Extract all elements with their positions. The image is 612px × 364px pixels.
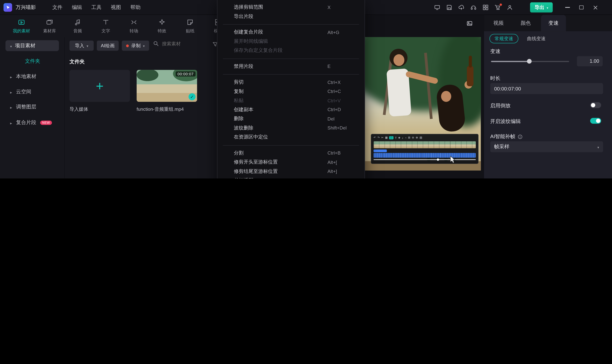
mini-toolbar-icon: ⊕ <box>416 136 418 139</box>
tab-label: 颜色 <box>521 20 531 26</box>
subtab-uniform-speed[interactable]: 常规变速 <box>490 34 519 43</box>
menu-item-disable-clip[interactable]: 禁用片段E <box>217 62 365 71</box>
menu-tools[interactable]: 工具 <box>91 4 101 11</box>
menu-item-split[interactable]: 分割Ctrl+B <box>217 148 365 158</box>
sidebar-item-label: 调整图层 <box>16 104 36 111</box>
menu-item-select-clip-range[interactable]: 选择剪辑范围X <box>217 3 365 12</box>
apps-grid-icon[interactable] <box>482 4 489 11</box>
tab-color[interactable]: 颜色 <box>517 15 535 31</box>
menu-item-trim-end-to-playhead[interactable]: 修剪结尾至游标位置Alt+] <box>217 167 365 176</box>
sidebar-item-local-media[interactable]: 本地素材 <box>0 70 65 83</box>
app-window: 万兴喵影 文件 编辑 工具 视图 帮助 导出 <box>0 0 612 179</box>
menu-item-expand-timeline-edit: 展开时间线编辑 <box>217 37 365 46</box>
reverse-toggle[interactable] <box>590 102 601 108</box>
menu-help[interactable]: 帮助 <box>130 4 140 11</box>
tab-text[interactable]: 文字 <box>94 18 117 34</box>
speed-slider-thumb[interactable] <box>527 59 532 64</box>
search-box[interactable] <box>153 40 197 46</box>
tab-transitions[interactable]: 转场 <box>123 18 145 34</box>
tab-stickers[interactable]: 贴纸 <box>179 18 201 34</box>
frame-sampling-dropdown[interactable]: 帧采样 <box>490 141 603 152</box>
store-cart-icon[interactable] <box>495 4 501 11</box>
duration-value: 00:00:07:00 <box>494 86 521 92</box>
menu-item-shortcut: Alt+G <box>327 30 339 35</box>
mini-toolbar-icon: ◫ <box>389 136 393 139</box>
menu-item-label: 展开时间线编辑 <box>234 38 268 45</box>
export-dropdown-caret-icon[interactable] <box>547 5 548 10</box>
workspace-icon[interactable] <box>434 4 440 11</box>
support-headset-icon[interactable] <box>470 4 477 11</box>
caret-down-icon <box>143 43 145 48</box>
tab-effects[interactable]: 特效 <box>151 18 173 34</box>
menu-item-label: 保存为自定义复合片段 <box>234 47 283 54</box>
duration-field[interactable]: 00:00:07:00 <box>490 83 603 94</box>
media-item-name: function-音频重组.mp4 <box>137 106 184 113</box>
save-icon[interactable] <box>446 4 453 11</box>
menu-item-reveal-in-media[interactable]: 在资源区中定位 <box>217 133 365 142</box>
menu-item-label: 分割 <box>234 150 244 156</box>
menu-item-trim-start-to-playhead[interactable]: 修剪开头至游标位置Alt+[ <box>217 158 365 167</box>
menu-item-label: 剪切 <box>234 79 244 86</box>
menu-item-crop-to-fit[interactable]: 裁切适配Ctrl+F <box>217 176 365 179</box>
ai-paint-button[interactable]: AI绘画 <box>97 40 119 51</box>
account-icon[interactable] <box>507 4 513 11</box>
ripple-edit-toggle[interactable] <box>590 118 601 124</box>
menu-item-label: 裁切适配 <box>234 177 253 179</box>
tab-label: 文字 <box>101 28 110 34</box>
export-button[interactable]: 导出 <box>530 2 553 13</box>
speed-value: 1.00 <box>590 59 599 64</box>
sidebar-link-folder[interactable]: 文件夹 <box>25 58 40 65</box>
menu-item-cut[interactable]: 剪切Ctrl+X <box>217 78 365 87</box>
menu-item-shortcut: Ctrl+X <box>327 79 341 85</box>
tab-stock-media[interactable]: 素材库 <box>38 18 61 34</box>
import-media-card[interactable]: + <box>69 70 130 102</box>
close-button[interactable] <box>593 5 598 10</box>
tab-label: 素材库 <box>43 28 56 34</box>
menu-item-delete[interactable]: 删除Del <box>217 114 365 124</box>
speed-label: 变速 <box>490 48 500 55</box>
menu-item-create-compound-clip[interactable]: 创建复合片段Alt+G <box>217 28 365 37</box>
import-button[interactable]: 导入 <box>69 40 93 51</box>
tab-video[interactable]: 视频 <box>490 15 508 31</box>
menu-item-label: 修剪结尾至游标位置 <box>234 168 278 175</box>
minimize-button[interactable] <box>565 7 570 8</box>
record-button[interactable]: 录制 <box>122 40 149 51</box>
tab-label: 视频 <box>493 20 504 26</box>
mini-toolbar-icon: ◔ <box>405 136 406 139</box>
menu-view[interactable]: 视图 <box>111 4 121 11</box>
tab-speed[interactable]: 变速 <box>541 15 566 31</box>
speed-value-field[interactable]: 1.00 <box>577 56 603 66</box>
info-icon[interactable] <box>518 134 523 139</box>
subtab-speed-ramping[interactable]: 曲线变速 <box>527 34 546 43</box>
record-button-label: 录制 <box>131 42 141 49</box>
menu-item-ripple-delete[interactable]: 波纹删除Shift+Del <box>217 124 365 133</box>
sidebar-item-project-media[interactable]: 项目素材 <box>6 40 59 51</box>
menu-item-duplicate[interactable]: 创建副本Ctrl+D <box>217 105 365 114</box>
sidebar-item-cloud-space[interactable]: 云空间 <box>0 85 65 98</box>
sidebar-item-adjustment-layer[interactable]: 调整图层 <box>0 100 65 113</box>
maximize-button[interactable] <box>579 6 584 9</box>
tab-audio[interactable]: 音频 <box>66 18 89 34</box>
tab-label: 转场 <box>130 28 138 34</box>
menu-item-shortcut: Ctrl+F <box>327 178 340 179</box>
media-item-video[interactable]: 00:00:07 ✓ <box>137 70 197 102</box>
menu-file[interactable]: 文件 <box>52 4 62 11</box>
cloud-upload-icon[interactable] <box>458 4 465 11</box>
caret-down-icon <box>598 144 599 150</box>
mini-toolbar-icon: T <box>395 136 397 139</box>
sidebar-divider <box>65 37 65 179</box>
menu-edit[interactable]: 编辑 <box>72 4 82 11</box>
tab-my-media[interactable]: 我的素材 <box>10 18 33 34</box>
menu-item-shortcut: E <box>327 64 331 69</box>
mini-progress-line <box>374 159 476 160</box>
menu-item-label: 导出片段 <box>234 13 253 20</box>
titlebar-icons <box>434 0 513 15</box>
search-icon <box>153 40 159 46</box>
menu-item-export-clip[interactable]: 导出片段 <box>217 12 365 21</box>
sidebar-item-compound-clip[interactable]: 复合片段 NEW <box>0 116 65 129</box>
menu-item-label: 选择剪辑范围 <box>234 4 263 11</box>
preview-media-icon[interactable] <box>466 20 473 26</box>
search-input[interactable] <box>162 41 197 46</box>
subtab-label: 曲线变速 <box>527 35 546 42</box>
menu-item-copy[interactable]: 复制Ctrl+C <box>217 87 365 96</box>
